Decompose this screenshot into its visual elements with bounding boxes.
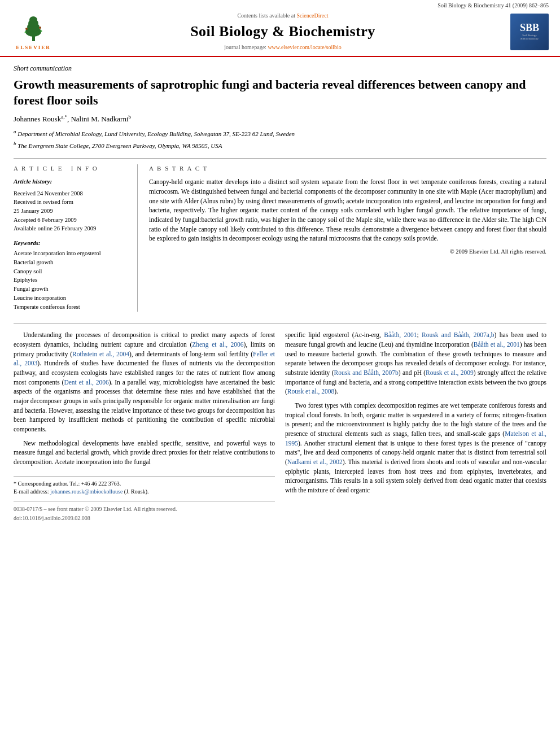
svg-point-5 — [25, 28, 28, 30]
body-para-2: New methodological developments have ena… — [14, 439, 275, 467]
abstract-text: Canopy-held organic matter develops into… — [149, 177, 546, 243]
body-text-right: specific lipid ergosterol (Ac-in-erg, Bå… — [285, 330, 546, 495]
issn-text: 0038-0717/$ – see front matter © 2009 El… — [14, 505, 177, 513]
keywords-label: Keywords: — [14, 239, 129, 247]
keyword-0: Acetate incorporation into ergosterol — [14, 250, 129, 258]
sciencedirect-link[interactable]: ScienceDirect — [296, 12, 328, 19]
email-link[interactable]: johannes.rousk@mbioekolluuse — [50, 488, 123, 495]
ref-rousk-baath-2007b[interactable]: Rousk and Bååth, 2007b — [334, 369, 398, 376]
affiliation-b: b The Evergreen State College, 2700 Ever… — [14, 140, 546, 150]
keyword-4: Fungal growth — [14, 285, 129, 294]
article-info-header: A r t i c l e i n f o — [14, 164, 129, 173]
author-1-sup: a,* — [61, 114, 67, 120]
footer-bar: 0038-0717/$ – see front matter © 2009 El… — [14, 501, 275, 513]
date-3: Accepted 6 February 2009 — [14, 216, 129, 225]
body-col-right: specific lipid ergosterol (Ac-in-erg, Bå… — [285, 330, 546, 522]
body-columns: Understanding the processes of decomposi… — [14, 323, 546, 522]
contents-line: Contents lists available at ScienceDirec… — [59, 12, 507, 20]
sbb-logo: SBB Soil Biology& Biochemistry — [507, 12, 552, 51]
keyword-5: Leucine incorporation — [14, 294, 129, 303]
author-2-sup: b — [129, 114, 132, 120]
ref-feller[interactable]: Feller et al., 2003 — [14, 351, 275, 367]
history-label: Article history: — [14, 177, 129, 186]
abstract-header: A b s t r a c t — [149, 164, 546, 173]
body-text-left: Understanding the processes of decomposi… — [14, 330, 275, 466]
svg-point-4 — [29, 16, 37, 23]
body-col-left: Understanding the processes of decomposi… — [14, 330, 275, 522]
article-title: Growth measurements of saprotrophic fung… — [14, 77, 546, 108]
svg-point-7 — [24, 32, 26, 33]
date-4: Available online 26 February 2009 — [14, 225, 129, 233]
body-para-1: Understanding the processes of decomposi… — [14, 330, 275, 434]
ref-nadkarni[interactable]: Nadkarni et al., 2002 — [287, 458, 343, 465]
info-abstract-section: A r t i c l e i n f o Article history: R… — [14, 158, 546, 312]
journal-title: Soil Biology & Biochemistry — [59, 21, 507, 42]
ref-rousk-baath-2007[interactable]: Rousk and Bååth, 2007a,b — [422, 331, 495, 338]
keyword-6: Temperate coniferous forest — [14, 303, 129, 312]
content-area: Short communication Growth measurements … — [0, 57, 560, 531]
body-right-para-2: Two forest types with complex decomposit… — [285, 401, 546, 495]
ref-dent[interactable]: Dent et al., 2006 — [64, 379, 108, 386]
footnote-section: * Corresponding author. Tel.: +46 46 222… — [14, 476, 275, 496]
date-2: 25 January 2009 — [14, 207, 129, 216]
sbb-box: SBB Soil Biology& Biochemistry — [510, 14, 549, 50]
ref-matelson[interactable]: Matelson et al., 1995 — [285, 430, 546, 447]
journal-meta-row: Soil Biology & Biochemistry 41 (2009) 86… — [0, 0, 560, 10]
date-1: Received in revised form — [14, 198, 129, 207]
svg-point-8 — [40, 30, 42, 32]
date-0: Received 24 November 2008 — [14, 190, 129, 198]
elsevier-logo: ELSEVIER — [8, 12, 59, 51]
journal-homepage: journal homepage: www.elsevier.com/locat… — [59, 43, 507, 51]
homepage-link[interactable]: www.elsevier.com/locate/soilbio — [268, 44, 341, 50]
ref-baath-et-al-2001[interactable]: Bååth et al., 2001 — [474, 341, 520, 348]
sbb-small-text: Soil Biology& Biochemistry — [520, 34, 539, 41]
article-type-label: Short communication — [14, 64, 546, 73]
page-wrapper: Soil Biology & Biochemistry 41 (2009) 86… — [0, 0, 560, 531]
copyright-notice: © 2009 Elsevier Ltd. All rights reserved… — [149, 248, 546, 256]
doi-line: doi:10.1016/j.soilbio.2009.02.008 — [14, 514, 275, 522]
ref-rousk-2008[interactable]: Rousk et al., 2008 — [287, 388, 334, 395]
elsevier-tree-icon — [15, 12, 52, 43]
journal-header: ELSEVIER Contents lists available at Sci… — [0, 10, 560, 57]
author-1-name: Johannes Rousk — [14, 115, 61, 124]
journal-header-center: Contents lists available at ScienceDirec… — [59, 12, 507, 51]
ref-baath-2001[interactable]: Bååth, 2001 — [384, 331, 417, 338]
abstract-col: A b s t r a c t Canopy-held organic matt… — [149, 164, 546, 312]
authors-line: Johannes Rouska,*, Nalini M. Nadkarnib — [14, 113, 546, 125]
author-comma: , Nalini M. Nadkarni — [67, 115, 129, 124]
svg-point-6 — [39, 27, 41, 29]
affiliation-a: a Department of Microbial Ecology, Lund … — [14, 128, 546, 138]
elsevier-text: ELSEVIER — [16, 44, 51, 51]
keyword-1: Bacterial growth — [14, 259, 129, 267]
journal-meta: Soil Biology & Biochemistry 41 (2009) 86… — [438, 2, 549, 10]
ref-rothstein[interactable]: Rothstein et al., 2004 — [72, 351, 129, 357]
keyword-2: Canopy soil — [14, 268, 129, 276]
email-note: E-mail address: johannes.rousk@mbioekoll… — [14, 488, 275, 496]
sbb-letters: SBB — [520, 23, 539, 33]
corresponding-author-note: * Corresponding author. Tel.: +46 46 222… — [14, 480, 275, 488]
ref-rousk-2009[interactable]: Rousk et al., 2009 — [426, 369, 474, 376]
body-right-para-1: specific lipid ergosterol (Ac-in-erg, Bå… — [285, 330, 546, 396]
keyword-3: Epiphytes — [14, 276, 129, 285]
article-info-col: A r t i c l e i n f o Article history: R… — [14, 164, 138, 312]
ref-zheng[interactable]: Zheng et al., 2006 — [192, 341, 243, 348]
